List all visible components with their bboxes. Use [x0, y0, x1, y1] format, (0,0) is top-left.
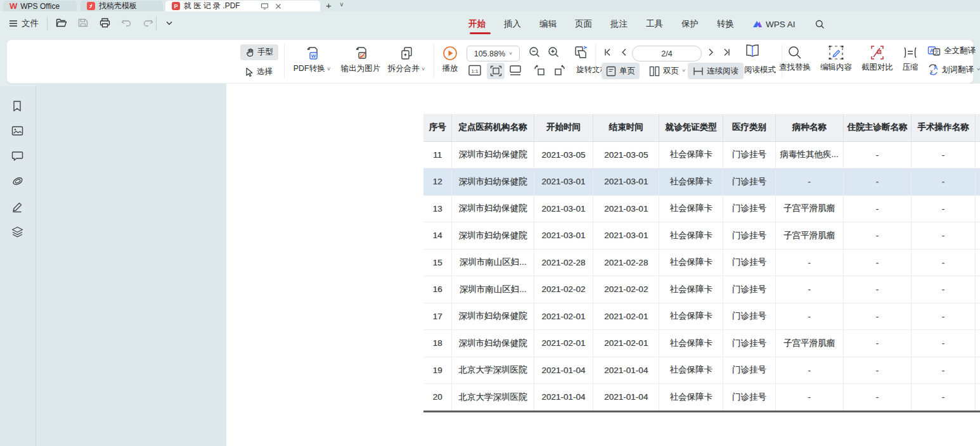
table-cell: - — [775, 169, 843, 196]
tab-convert[interactable]: 转换 — [716, 17, 735, 31]
tab-list-caret-icon[interactable]: ˅ — [340, 1, 344, 8]
pdf-page: 序号定点医药机构名称开始时间结束时间就诊凭证类型医疗类别病种名称住院主诊断名称手… — [226, 84, 980, 446]
rotate-right-button[interactable] — [553, 65, 566, 76]
compress-button[interactable]: 压缩 — [896, 45, 924, 73]
file-menu-button[interactable]: 文件 — [9, 18, 39, 29]
full-translate-icon: A 文 — [927, 45, 941, 56]
read-mode-icon-button[interactable] — [744, 44, 761, 59]
tab-protect[interactable]: 保护 — [680, 17, 700, 31]
rotate-doc-icon-button[interactable] — [573, 45, 590, 60]
zoom-level-combo[interactable]: 105.88% ˅ — [467, 46, 520, 61]
tab-pdf-document[interactable]: P 就 医 记 录 .PDF — [165, 1, 320, 11]
double-page-button[interactable]: 双页 ˅ — [645, 63, 689, 79]
table-row: 11深圳市妇幼保健院2021-03-052021-03-05社会保障卡门诊挂号病… — [423, 141, 980, 169]
fit-width-icon — [509, 65, 522, 76]
table-cell: 13 — [423, 195, 452, 222]
word-translate-icon: xA — [927, 64, 939, 75]
attachment-icon[interactable] — [11, 176, 24, 189]
quick-access-caret-icon[interactable] — [162, 16, 176, 30]
table-cell: 北京大学深圳医院 — [452, 384, 534, 411]
tab-wps-office[interactable]: W WPS Office — [3, 1, 77, 11]
select-tool-label: 选择 — [257, 67, 273, 77]
table-cell: 北京大学深圳医院 — [452, 357, 534, 384]
tab-page[interactable]: 页面 — [574, 17, 593, 31]
export-image-icon — [352, 45, 369, 61]
zoom-out-button[interactable] — [529, 46, 541, 58]
prev-page-button[interactable] — [618, 46, 629, 58]
first-page-button[interactable] — [602, 46, 613, 58]
signature-pen-icon[interactable] — [11, 201, 24, 214]
tab-tools[interactable]: 工具 — [645, 17, 664, 31]
tab-template[interactable]: 找稿壳模板 — [81, 1, 163, 11]
table-cell: 2021-02-28 — [593, 249, 659, 276]
tab-close-icon[interactable] — [275, 3, 281, 10]
tab-wps-ai[interactable]: WPS AI — [751, 18, 797, 30]
tab-annotate[interactable]: 批注 — [609, 17, 629, 31]
bookmark-icon[interactable] — [11, 100, 24, 113]
split-merge-button[interactable]: 拆分合并 ˅ — [382, 45, 430, 74]
thumbnail-icon[interactable] — [11, 125, 24, 138]
fit-width-button[interactable] — [509, 65, 522, 76]
table-cell: 20 — [423, 384, 452, 411]
table-cell: - — [775, 276, 843, 303]
table-cell: - — [843, 169, 911, 196]
table-cell: 门诊挂号 — [723, 141, 775, 169]
table-cell-stub — [975, 222, 980, 250]
find-replace-button[interactable]: 查找替换 — [776, 45, 814, 73]
zoom-in-button[interactable] — [548, 46, 560, 58]
select-tool-button[interactable]: 选择 — [240, 64, 278, 80]
continuous-read-icon — [693, 67, 704, 76]
table-cell: 12 — [423, 169, 452, 196]
table-header-cell: 手术操作名称 — [912, 114, 975, 141]
page-number-input[interactable]: 2/4 — [632, 46, 702, 61]
table-cell: - — [912, 195, 975, 222]
table-cell: 19 — [423, 357, 452, 384]
read-mode-button[interactable]: 阅读模式 — [744, 65, 776, 75]
export-image-button[interactable]: 输出为图片 — [335, 45, 386, 74]
layers-icon[interactable] — [11, 226, 24, 239]
play-button[interactable]: 播放 — [437, 45, 463, 74]
table-header-cell: 定点医药机构名称 — [452, 114, 534, 141]
screenshot-compare-button[interactable]: 截图对比 — [858, 45, 896, 73]
pdf-convert-button[interactable]: W PDF转换 ˅ — [287, 45, 337, 74]
tab-home[interactable]: 开始 — [467, 17, 487, 31]
fit-page-button[interactable] — [487, 63, 505, 79]
table-cell: 2021-01-04 — [593, 357, 659, 384]
screenshot-compare-label: 截图对比 — [861, 62, 893, 73]
toolbar-panel: 手型 选择 W PDF转换 ˅ 输出为图片 — [6, 39, 974, 84]
comment-icon[interactable] — [11, 151, 24, 163]
continuous-read-button[interactable]: 连续阅读 — [688, 63, 744, 79]
hand-tool-button[interactable]: 手型 — [240, 44, 278, 60]
full-translate-button[interactable]: A 文 全文翻译 — [927, 45, 976, 56]
svg-text:文: 文 — [934, 49, 939, 55]
table-cell: - — [843, 276, 911, 303]
table-cell: 2021-03-05 — [534, 141, 593, 169]
table-cell: 2021-03-01 — [534, 169, 593, 196]
tab-insert[interactable]: 插入 — [503, 17, 522, 31]
next-page-button[interactable] — [706, 46, 717, 58]
tab-edit[interactable]: 编辑 — [538, 17, 558, 31]
new-tab-button[interactable]: + — [326, 0, 332, 11]
undo-button[interactable] — [119, 16, 133, 30]
open-file-button[interactable] — [55, 16, 68, 30]
table-cell: - — [843, 384, 911, 411]
menu-bar: 文件 开始 插入 编辑 — [0, 11, 980, 37]
tab-monitor-icon[interactable] — [261, 3, 269, 10]
pdf-file-icon: P — [172, 2, 180, 10]
redo-button[interactable] — [141, 16, 155, 30]
print-button[interactable] — [98, 16, 112, 30]
single-page-button[interactable]: 单页 — [602, 63, 640, 79]
rotate-left-button[interactable] — [533, 65, 546, 76]
table-row: 17深圳市妇幼保健院2021-02-012021-02-01社会保障卡门诊挂号-… — [423, 303, 980, 330]
document-viewport[interactable]: 序号定点医药机构名称开始时间结束时间就诊凭证类型医疗类别病种名称住院主诊断名称手… — [36, 84, 980, 446]
last-page-button[interactable] — [721, 46, 732, 58]
table-cell: 2021-02-01 — [593, 303, 659, 330]
actual-size-button[interactable]: 1:1 — [468, 65, 481, 76]
table-cell: 社会保障卡 — [659, 195, 723, 222]
word-translate-button[interactable]: xA 划词翻译 ˅ — [927, 64, 980, 75]
edit-content-button[interactable]: 编辑内容 — [817, 45, 855, 73]
table-cell: 2021-02-01 — [534, 303, 593, 330]
table-cell-stub — [975, 384, 980, 411]
ribbon-search-icon[interactable] — [814, 18, 826, 30]
save-button[interactable] — [76, 16, 90, 30]
